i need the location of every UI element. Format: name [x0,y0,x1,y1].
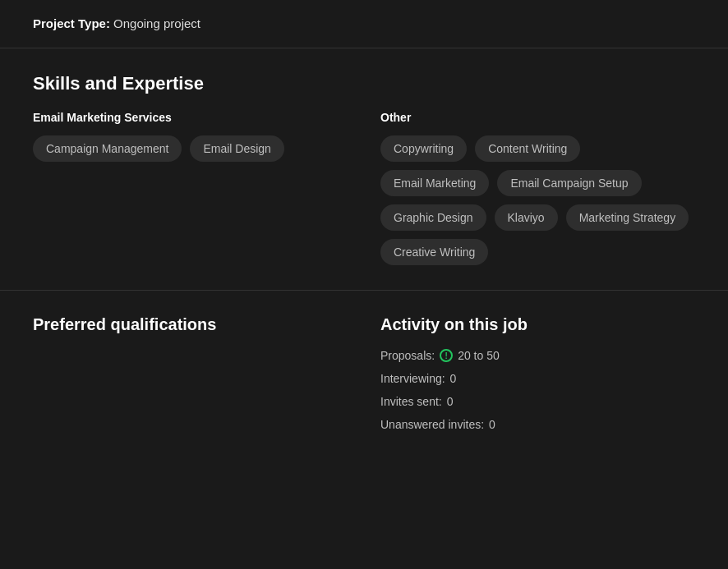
project-type-section: Project Type: Ongoing project [0,0,728,48]
preferred-qualifications-section: Preferred qualifications [33,315,348,441]
preferred-qualifications-title: Preferred qualifications [33,315,348,334]
activity-row-label: Interviewing: [380,372,445,385]
skills-section: Skills and Expertise Email Marketing Ser… [0,48,728,291]
bottom-sections: Preferred qualifications Activity on thi… [0,291,728,466]
tag: Campaign Management [33,135,182,162]
skills-columns: Email Marketing Services Campaign Manage… [33,111,695,265]
email-marketing-tags: Campaign ManagementEmail Design [33,135,348,162]
email-marketing-column: Email Marketing Services Campaign Manage… [33,111,348,265]
proposals-icon: ! [440,349,453,362]
tag: Email Design [190,135,283,162]
project-type-label: Project Type: Ongoing project [33,16,200,30]
tag: Email Campaign Setup [497,170,641,196]
project-type-key: Project Type: [33,16,110,30]
tag: Email Marketing [380,170,489,196]
tag: Copywriting [380,135,467,162]
activity-row-label: Proposals: [380,349,435,362]
activity-row-value: 0 [447,395,454,408]
activity-row: Invites sent:0 [380,395,695,408]
other-column: Other CopywritingContent WritingEmail Ma… [380,111,695,265]
activity-row-label: Unanswered invites: [380,418,484,431]
tag: Content Writing [475,135,580,162]
email-marketing-category: Email Marketing Services [33,111,348,124]
activity-row-value: 0 [450,372,457,385]
other-tags: CopywritingContent WritingEmail Marketin… [380,135,695,265]
activity-row: Proposals:!20 to 50 [380,349,695,362]
activity-rows: Proposals:!20 to 50Interviewing:0Invites… [380,349,695,431]
skills-title: Skills and Expertise [33,73,695,94]
activity-row: Unanswered invites:0 [380,418,695,431]
activity-row-value: 0 [489,418,495,431]
activity-row: Interviewing:0 [380,372,695,385]
activity-row-value: 20 to 50 [458,349,500,362]
other-category: Other [380,111,695,124]
activity-section: Activity on this job Proposals:!20 to 50… [380,315,695,441]
tag: Creative Writing [380,239,488,265]
tag: Graphic Design [380,204,486,231]
tag: Klaviyo [495,204,558,231]
activity-title: Activity on this job [380,315,695,334]
activity-row-label: Invites sent: [380,395,442,408]
tag: Marketing Strategy [566,204,689,231]
project-type-value: Ongoing project [113,16,200,30]
